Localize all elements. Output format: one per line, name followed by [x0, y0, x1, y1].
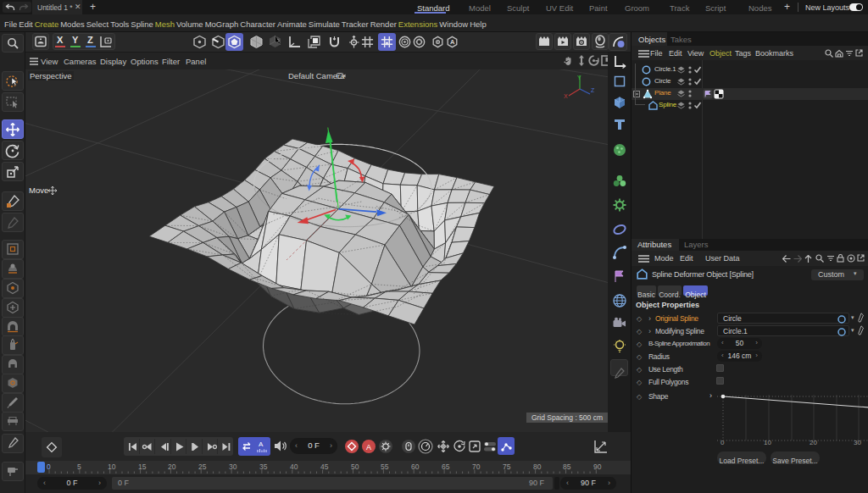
- svg-text:Z: Z: [591, 87, 595, 93]
- svg-text:A: A: [259, 440, 264, 448]
- svg-text:A: A: [450, 38, 455, 46]
- svg-text:Y: Y: [577, 75, 581, 80]
- svg-text:X: X: [564, 93, 568, 99]
- svg-text:A: A: [366, 443, 371, 451]
